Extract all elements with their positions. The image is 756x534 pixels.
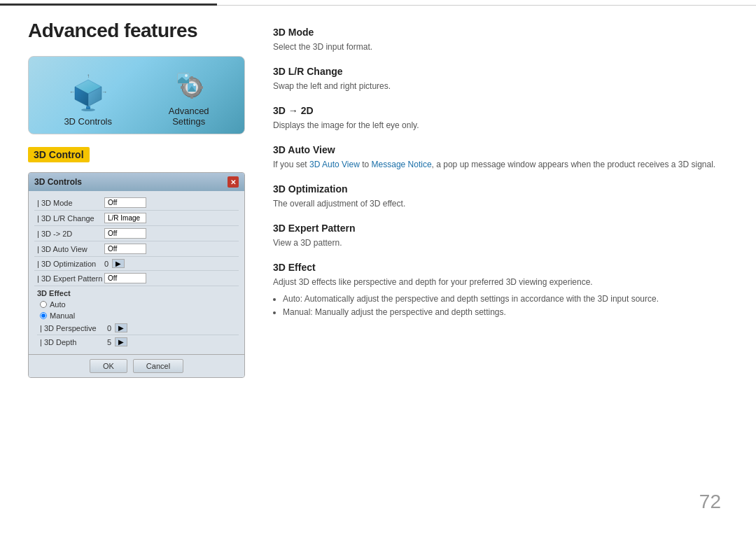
dialog-depth-increment[interactable]: ▶: [115, 337, 127, 346]
dialog-label-3d-2d: | 3D -> 2D: [34, 230, 104, 238]
feature-heading-effect: 3D Effect: [273, 262, 728, 273]
feature-heading-optimization: 3D Optimization: [273, 183, 728, 195]
bullet-auto: Auto: Automatically adjust the perspecti…: [283, 293, 728, 306]
dialog-select-expert-pattern[interactable]: Off: [104, 273, 146, 283]
svg-rect-12: [181, 86, 184, 89]
dialog-ok-button[interactable]: OK: [90, 359, 127, 373]
feature-3d-lr-change: 3D L/R Change Swap the left and right pi…: [273, 66, 728, 92]
top-bar-line: [217, 0, 756, 6]
dialog-value-optimization: 0 ▶: [104, 259, 239, 268]
dialog-select-auto-view[interactable]: Off: [104, 244, 146, 254]
svg-point-24: [185, 74, 188, 77]
dialog-label-lr-change: | 3D L/R Change: [34, 214, 104, 223]
radio-auto-label: Auto: [50, 300, 66, 309]
dialog-label-expert-pattern: | 3D Expert Pattern: [34, 274, 104, 283]
dialog-radio-auto: Auto: [37, 299, 239, 310]
dialog-label-perspective: | 3D Perspective: [37, 324, 107, 332]
left-panel: Advanced features: [28, 20, 245, 378]
section-label: 3D Control: [28, 147, 90, 162]
radio-auto-input[interactable]: [40, 301, 47, 308]
radio-manual-label: Manual: [50, 311, 75, 320]
dialog-select-lr-change[interactable]: L/R Image: [104, 213, 146, 223]
feature-3d-mode: 3D Mode Select the 3D input format.: [273, 27, 728, 53]
bullet-manual-label: Manual: [283, 307, 310, 317]
feature-3d-auto-view: 3D Auto View If you set 3D Auto View to …: [273, 144, 728, 171]
bullet-auto-label: Auto: [283, 294, 300, 304]
page-number: 72: [699, 491, 721, 513]
nav-item-advanced-settings-label: Advanced Settings: [169, 106, 209, 127]
svg-text:→: →: [102, 89, 107, 95]
dialog-perspective-increment[interactable]: ▶: [115, 323, 127, 332]
feature-heading-expert-pattern: 3D Expert Pattern: [273, 223, 728, 234]
dialog-value-perspective: 0 ▶: [107, 323, 239, 332]
radio-manual-input[interactable]: [40, 312, 47, 319]
feature-3d-optimization: 3D Optimization The overall adjustment o…: [273, 183, 728, 210]
dialog-close-button[interactable]: ✕: [227, 176, 239, 188]
feature-heading-auto-view: 3D Auto View: [273, 144, 728, 155]
dialog-value-lr-change: L/R Image: [104, 213, 239, 223]
dialog-row-auto-view: | 3D Auto View Off: [34, 241, 239, 257]
svg-rect-10: [190, 76, 193, 80]
highlight-auto-view: 3D Auto View: [309, 160, 360, 169]
nav-item-3d-controls[interactable]: ↑ ← → 3D Controls: [64, 74, 112, 127]
dialog-effect-section: 3D Effect Auto Manual | 3D Perspective 0: [34, 286, 239, 350]
icon-nav: ↑ ← → 3D Controls: [28, 56, 245, 134]
dialog-3d-controls: 3D Controls ✕ | 3D Mode Off | 3D L/R Cha…: [28, 172, 245, 378]
dialog-select-3d-2d[interactable]: Off: [104, 228, 146, 239]
dialog-label-3d-mode: | 3D Mode: [34, 199, 104, 207]
feature-heading-3d-mode: 3D Mode: [273, 27, 728, 38]
dialog-title: 3D Controls: [34, 177, 82, 187]
settings-icon: [172, 68, 206, 101]
svg-rect-11: [190, 95, 193, 99]
dialog-value-3d-mode: Off: [104, 197, 239, 208]
dialog-optimization-increment[interactable]: ▶: [112, 259, 125, 268]
top-bar: [0, 0, 756, 6]
nav-item-advanced-settings[interactable]: Advanced Settings: [169, 68, 209, 127]
page-title: Advanced features: [28, 20, 245, 42]
feature-desc-auto-view: If you set 3D Auto View to Message Notic…: [273, 158, 728, 171]
dialog-value-3d-2d: Off: [104, 228, 239, 239]
dialog-value-depth: 5 ▶: [107, 337, 239, 346]
bullet-manual: Manual: Manually adjust the perspective …: [283, 306, 728, 319]
dialog-label-optimization: | 3D Optimization: [34, 260, 104, 268]
feature-desc-3d-2d: Displays the image for the left eye only…: [273, 119, 728, 132]
feature-3d-to-2d: 3D → 2D Displays the image for the left …: [273, 105, 728, 132]
feature-heading-lr-change: 3D L/R Change: [273, 66, 728, 77]
dialog-row-depth: | 3D Depth 5 ▶: [37, 335, 239, 349]
feature-desc-3d-mode: Select the 3D input format.: [273, 41, 728, 53]
highlight-message-notice: Message Notice: [372, 160, 432, 169]
dialog-row-3d-2d: | 3D -> 2D Off: [34, 226, 239, 241]
dialog-row-expert-pattern: | 3D Expert Pattern Off: [34, 271, 239, 286]
dialog-radio-manual: Manual: [37, 310, 239, 321]
dialog-row-3d-mode: | 3D Mode Off: [34, 195, 239, 211]
dialog-effect-label: 3D Effect: [37, 289, 239, 297]
feature-3d-expert-pattern: 3D Expert Pattern View a 3D pattern.: [273, 223, 728, 249]
svg-text:←: ←: [69, 89, 75, 95]
dialog-value-expert-pattern: Off: [104, 273, 239, 283]
dialog-title-bar: 3D Controls ✕: [29, 173, 244, 191]
dialog-select-3d-mode[interactable]: Off: [104, 197, 146, 208]
dialog-body: | 3D Mode Off | 3D L/R Change L/R Image: [29, 191, 244, 354]
effect-bullet-list: Auto: Automatically adjust the perspecti…: [273, 293, 728, 319]
feature-desc-effect: Adjust 3D effects like perspective and d…: [273, 276, 728, 288]
dialog-row-lr-change: | 3D L/R Change L/R Image: [34, 211, 239, 226]
cube-icon: ↑ ← →: [69, 74, 107, 112]
dialog-label-depth: | 3D Depth: [37, 338, 107, 346]
feature-desc-optimization: The overall adjustment of 3D effect.: [273, 197, 728, 210]
svg-point-20: [193, 83, 196, 86]
svg-text:↑: ↑: [87, 74, 90, 79]
dialog-row-optimization: | 3D Optimization 0 ▶: [34, 257, 239, 271]
right-panel: 3D Mode Select the 3D input format. 3D L…: [273, 20, 728, 378]
feature-desc-expert-pattern: View a 3D pattern.: [273, 237, 728, 249]
nav-item-3d-controls-label: 3D Controls: [64, 116, 112, 127]
dialog-footer: OK Cancel: [29, 354, 244, 377]
feature-3d-effect: 3D Effect Adjust 3D effects like perspec…: [273, 262, 728, 319]
dialog-cancel-button[interactable]: Cancel: [133, 359, 183, 373]
dialog-label-auto-view: | 3D Auto View: [34, 245, 104, 253]
dialog-row-perspective: | 3D Perspective 0 ▶: [37, 321, 239, 335]
feature-desc-lr-change: Swap the left and right pictures.: [273, 80, 728, 92]
svg-rect-13: [200, 86, 203, 89]
top-bar-accent: [0, 0, 217, 6]
dialog-value-auto-view: Off: [104, 244, 239, 254]
svg-point-4: [81, 108, 95, 111]
